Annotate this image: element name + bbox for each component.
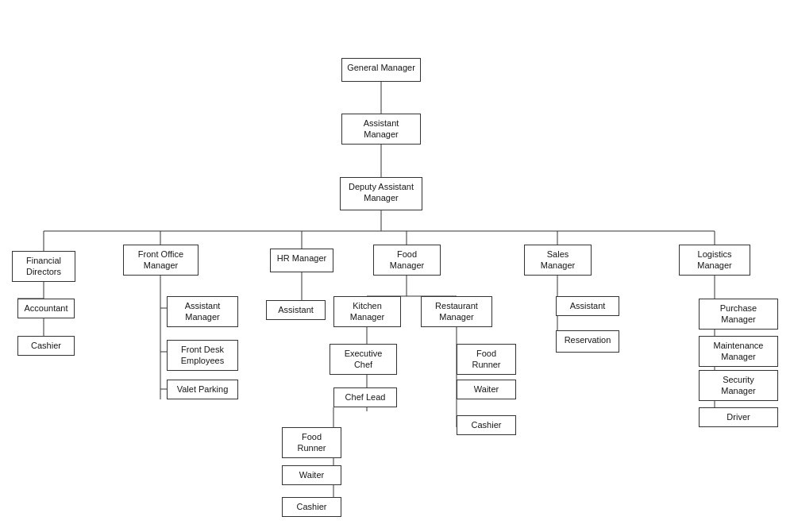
deputy-assistant-node: Deputy Assistant Manager <box>340 177 422 210</box>
assistant-manager-node: Assistant Manager <box>341 114 421 145</box>
food-runner-rest-node: Food Runner <box>457 344 516 375</box>
cashier-kitch-node: Cashier <box>282 497 341 517</box>
driver-node: Driver <box>699 407 778 427</box>
security-manager-node: Security Manager <box>699 370 778 401</box>
waiter-rest-node: Waiter <box>457 380 516 399</box>
maintenance-manager-node: Maintenance Manager <box>699 336 778 367</box>
asst-mgr-fo-node: Assistant Manager <box>167 296 238 327</box>
restaurant-manager-node: Restaurant Manager <box>421 296 492 327</box>
general-manager-node: General Manager <box>341 58 421 82</box>
reservation-node: Reservation <box>556 330 619 353</box>
food-manager-node: Food Manager <box>373 245 441 276</box>
chef-lead-node: Chef Lead <box>333 387 397 407</box>
waiter-kitch-node: Waiter <box>282 465 341 485</box>
food-runner-kitch-node: Food Runner <box>282 427 341 458</box>
executive-chef-node: Executive Chef <box>330 344 397 375</box>
assistant-sales-node: Assistant <box>556 296 619 316</box>
accountant-node: Accountant <box>17 299 75 318</box>
front-desk-emp-node: Front Desk Employees <box>167 340 238 371</box>
org-chart: General ManagerAssistant ManagerDeputy A… <box>0 22 794 515</box>
hr-manager-node: HR Manager <box>270 249 333 272</box>
financial-directors-node: Financial Directors <box>12 251 75 282</box>
logistics-manager-node: Logistics Manager <box>679 245 750 276</box>
assistant-hr-node: Assistant <box>266 300 326 320</box>
cashier-rest-node: Cashier <box>457 415 516 435</box>
front-office-manager-node: Front Office Manager <box>123 245 198 276</box>
page-title <box>0 0 794 22</box>
valet-parking-node: Valet Parking <box>167 380 238 399</box>
kitchen-manager-node: Kitchen Manager <box>333 296 401 327</box>
purchase-manager-node: Purchase Manager <box>699 299 778 330</box>
sales-manager-node: Sales Manager <box>524 245 592 276</box>
cashier-fin-node: Cashier <box>17 336 75 356</box>
